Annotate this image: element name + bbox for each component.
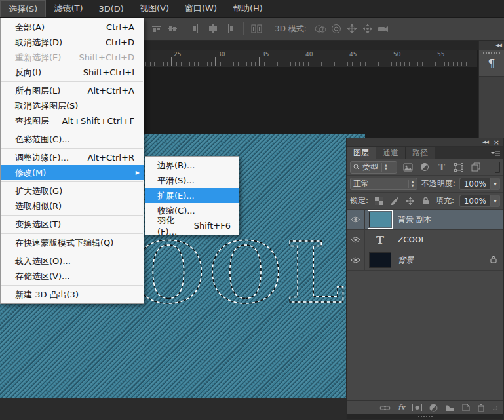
layer-name[interactable]: 背景 副本 [398,214,432,225]
panel-menu-icon[interactable] [490,149,501,159]
menu-item[interactable]: 存储选区(V)... ▶ [1,269,144,284]
layers-panel: ◀◀ × 图层 通道 路径 类型 ▲▼ [346,138,504,420]
panel-resize-grip-icon[interactable] [492,405,498,411]
layers-empty-area [347,271,503,400]
menu-item[interactable]: 扩大选取(G) ▶ [1,183,144,199]
eye-icon [351,216,360,223]
menu-item[interactable]: 重新选择(E) Shift+Ctrl+D ▶ [1,50,144,65]
3d-mode-label: 3D 模式: [275,24,307,35]
expand-panels-icon[interactable]: ◀◀ [495,43,501,48]
new-layer-icon[interactable] [462,404,470,411]
blend-mode-dropdown[interactable]: 正常 ▲▼ [350,178,417,190]
ruler-mark: 30 [215,50,259,67]
3d-roll-icon[interactable] [329,22,343,35]
align-top-edges-icon[interactable] [149,22,164,35]
panel-tab[interactable]: 路径 [406,147,435,159]
distribute-right-icon[interactable] [222,22,236,35]
add-layer-mask-icon[interactable] [412,404,422,411]
3d-drag-icon[interactable] [345,22,359,35]
link-layers-icon[interactable] [379,405,391,411]
distribute-left-icon[interactable] [190,22,204,35]
submenu-item[interactable]: 平滑(S)... [145,173,239,188]
collapse-panel-icon[interactable]: ◀◀ [482,140,488,145]
menu-item[interactable]: 所有图层(L) Alt+Ctrl+A ▶ [1,83,144,98]
delete-layer-icon[interactable] [477,404,485,412]
ruler-mark: 40 [303,50,347,67]
layer-name[interactable]: 背景 [398,255,414,266]
menu-item[interactable]: 反向(I) Shift+Ctrl+I ▶ [1,65,144,80]
menubar-item[interactable]: 帮助(H) [225,0,271,17]
layer-filter-row: 类型 ▲▼ T [347,159,503,176]
layer-name[interactable]: ZCOOL [398,235,425,244]
layer-row[interactable]: T 背景 [347,250,503,271]
distribute-columns-icon[interactable] [250,22,264,35]
layer-visibility-toggle[interactable] [347,230,365,250]
paragraph-panel-button[interactable]: ¶ [479,50,504,77]
menubar-item[interactable]: 视图(V) [132,0,177,17]
distribute-centers-icon[interactable] [206,22,220,35]
layer-thumbnail[interactable]: T [369,252,391,268]
submenu-item[interactable]: 边界(B)... [145,158,239,173]
new-adjustment-layer-icon[interactable] [429,404,438,412]
3d-rotate-icon[interactable] [313,22,328,35]
opacity-dropdown-icon[interactable]: ▼ [490,178,500,190]
menu-item[interactable]: 取消选择(D) Ctrl+D ▶ [1,35,144,50]
menu-item[interactable]: 调整边缘(F)... Alt+Ctrl+R ▶ [1,150,144,165]
select-menu-dropdown: 全部(A) Ctrl+A ▶ 取消选择(D) Ctrl+D ▶ 重新选择(E) … [0,18,144,304]
filter-adjustment-layers-icon[interactable] [418,161,431,173]
menu-item[interactable]: 全部(A) Ctrl+A ▶ [1,20,144,35]
ruler-mark: 35 [259,50,303,67]
filter-shape-layers-icon[interactable] [452,161,465,173]
fill-value[interactable]: 100% [459,195,490,207]
layer-visibility-toggle[interactable] [347,210,365,229]
menu-item[interactable]: 选取相似(R) ▶ [1,199,144,214]
menu-item[interactable]: 修改(M) ▶ [1,165,144,180]
layer-thumbnail[interactable]: T [369,212,391,227]
panel-tab[interactable]: 通道 [376,147,406,159]
layer-style-icon[interactable]: fx [398,403,405,412]
layer-visibility-toggle[interactable] [347,250,365,270]
lock-transparency-icon[interactable] [373,195,384,206]
3d-camera-icon[interactable] [376,22,391,35]
menubar-item[interactable]: 选择(S) [0,0,46,17]
menu-item[interactable]: 取消选择图层(S) ▶ [1,98,144,113]
3d-slide-icon[interactable] [360,22,375,35]
filter-smart-objects-icon[interactable] [469,161,482,173]
menubar-item[interactable]: 滤镜(T) [46,0,90,17]
fill-label: 填充: [436,195,454,206]
ruler-number: 50 [393,51,400,58]
filter-type-layers-icon[interactable]: T [435,161,448,173]
dock-collapse-bar[interactable]: ◀◀ [479,41,504,50]
new-group-icon[interactable] [445,404,455,411]
layer-row[interactable]: T ZCOOL [347,230,503,250]
panel-tab[interactable]: 图层 [347,147,376,159]
layer-thumbnail[interactable]: T [369,232,391,248]
menu-item[interactable]: 变换选区(T) ▶ [1,217,144,232]
ruler-number: 55 [437,51,444,58]
align-vertical-centers-icon[interactable] [165,22,180,35]
lock-position-icon[interactable] [404,195,416,206]
submenu-item[interactable]: 扩展(E)... [145,188,239,203]
menu-item[interactable]: 新建 3D 凸出(3) ▶ [1,287,144,302]
menu-item[interactable]: 在快速蒙版模式下编辑(Q) ▶ [1,235,144,250]
ruler-number: 30 [218,51,225,58]
ruler-number: 25 [174,51,181,58]
submenu-item[interactable]: 羽化(F)... Shift+F6 [145,218,239,233]
opacity-value[interactable]: 100% [459,178,490,190]
filter-pixel-layers-icon[interactable] [401,161,414,173]
menubar-item[interactable]: 窗口(W) [177,0,225,17]
ruler-number: 45 [349,51,357,58]
menubar-item[interactable]: 3D(D) [91,0,132,17]
menu-item[interactable]: 色彩范围(C)... ▶ [1,132,144,147]
menu-item[interactable]: 载入选区(O)... ▶ [1,254,144,269]
filter-toggle[interactable] [495,162,500,173]
panel-drag-grip[interactable] [418,416,433,417]
lock-all-icon[interactable] [420,195,431,206]
panel-tab-bar: 图层 通道 路径 [347,147,503,159]
layer-row[interactable]: T 背景 副本 [347,210,503,230]
lock-pixels-icon[interactable] [389,195,400,206]
close-panel-icon[interactable]: × [494,139,499,146]
fill-dropdown-icon[interactable]: ▼ [490,195,500,207]
menu-item[interactable]: 查找图层 Alt+Shift+Ctrl+F ▶ [1,113,144,128]
filter-type-dropdown[interactable]: 类型 ▲▼ [350,161,397,174]
